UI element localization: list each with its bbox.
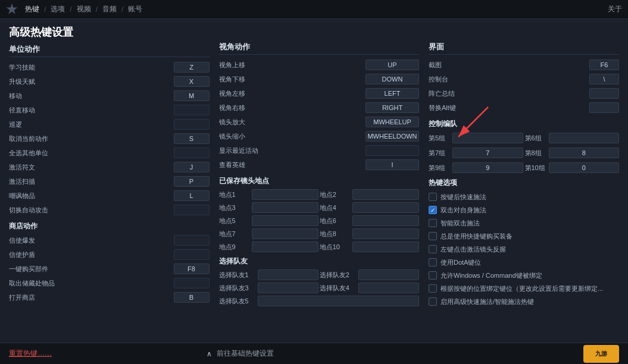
iface-key[interactable]	[589, 88, 619, 99]
unit-bind-key[interactable]	[174, 119, 210, 130]
camera-bind-key[interactable]: LEFT	[365, 88, 419, 99]
camera-bind-key[interactable]: UP	[365, 59, 419, 70]
camera-bind-key[interactable]: DOWN	[365, 74, 419, 84]
camera-bind-label: 视角左移	[219, 89, 366, 98]
savedloc-key[interactable]	[352, 215, 419, 226]
savedloc-key[interactable]	[252, 241, 318, 252]
team-key[interactable]	[258, 296, 420, 306]
hotkey-option-item[interactable]: 允许Windows / Command键被绑定	[429, 269, 619, 282]
savedloc-key[interactable]	[352, 241, 419, 252]
savedloc-key[interactable]	[252, 189, 318, 200]
hotkey-option-item[interactable]: 双击对自身施法	[429, 203, 619, 216]
camera-bind-key[interactable]: MWHEELUP	[365, 117, 419, 127]
savedloc-key[interactable]	[252, 228, 318, 239]
unit-bind-key[interactable]	[174, 205, 210, 215]
ctrl-key[interactable]: 9	[452, 162, 523, 173]
shop-bind-key[interactable]	[174, 235, 210, 246]
team-key[interactable]	[358, 269, 419, 280]
shop-bind-key[interactable]	[174, 249, 210, 260]
ctrl-key[interactable]: 8	[549, 148, 620, 158]
reset-button[interactable]: 重置热键……	[9, 349, 52, 359]
unit-bind-key[interactable]: L	[174, 190, 210, 201]
shop-bind-key[interactable]: F8	[174, 263, 210, 274]
iface-bind-row: 截图 F6	[429, 58, 619, 71]
nav-about[interactable]: 关于	[608, 4, 622, 14]
ctrl-label: 第5组	[429, 134, 452, 143]
shop-bind-row: 信使护盾	[9, 248, 210, 261]
hotkey-option-item[interactable]: 使用DotA键位	[429, 256, 619, 269]
shop-bind-key[interactable]: B	[174, 292, 210, 303]
nav-tab-audio[interactable]: 音频	[102, 4, 117, 14]
camera-bind-key[interactable]: RIGHT	[365, 102, 419, 113]
unit-bind-key[interactable]: S	[174, 133, 210, 144]
hotkey-option-item[interactable]: 智能双击施法	[429, 216, 619, 230]
unit-bind-row: 嘲讽物品 L	[9, 189, 210, 202]
hotkey-option-item[interactable]: 左键点击激活镜头反握	[429, 243, 619, 256]
unit-bind-label: 移动	[9, 92, 174, 101]
option-checkbox[interactable]	[429, 193, 437, 201]
hotkey-option-item[interactable]: 启用高级快速施法/智能施法热键	[429, 295, 619, 308]
savedloc-key[interactable]	[352, 189, 419, 200]
savedloc-key[interactable]	[352, 202, 419, 213]
savedloc-row: 地点1	[219, 189, 318, 200]
unit-bind-key[interactable]: J	[174, 162, 210, 172]
interface-binds: 截图 F6 控制台 \ 阵亡总结 替换Alt键	[429, 58, 619, 115]
ctrl-group-row: 第10组 0	[525, 161, 620, 174]
camera-bind-key[interactable]	[365, 145, 419, 156]
unit-bind-key[interactable]: M	[174, 90, 210, 101]
nav-tab-video[interactable]: 视频	[77, 4, 91, 14]
unit-bind-key[interactable]	[174, 105, 210, 115]
unit-section-title: 单位动作	[9, 44, 210, 57]
ctrl-key[interactable]	[452, 133, 523, 143]
unit-bind-key[interactable]: Z	[174, 62, 210, 73]
savedloc-label: 地点7	[219, 230, 252, 239]
unit-bind-row: 取消当前动作 S	[9, 132, 210, 145]
unit-bind-key[interactable]	[174, 148, 210, 158]
option-checkbox[interactable]	[429, 232, 437, 240]
shop-binds: 信使爆发 信使护盾 一键购买部件 F8 取出储藏处物品 打开商店 B	[9, 234, 210, 305]
iface-key[interactable]: F6	[589, 59, 619, 70]
option-checkbox[interactable]	[429, 206, 437, 214]
right-column: 界面 截图 F6 控制台 \ 阵亡总结 替换Alt键 控制编队 第5组 第6组 …	[429, 25, 619, 337]
camera-bind-key[interactable]: MWHEELDOWN	[365, 131, 419, 142]
nav-tab-account[interactable]: 账号	[128, 4, 142, 14]
option-checkbox[interactable]	[429, 284, 437, 293]
hotkey-option-item[interactable]: 按键后快速施法	[429, 190, 619, 203]
camera-bind-key[interactable]: I	[365, 159, 419, 170]
iface-key[interactable]: \	[589, 74, 619, 84]
option-checkbox[interactable]	[429, 219, 437, 227]
ctrl-key[interactable]	[549, 133, 620, 143]
hotkey-option-item[interactable]: 根据按键的位置绑定键位（更改此设置后需要更新绑定...	[429, 282, 619, 295]
savedloc-key[interactable]	[252, 202, 318, 213]
savedloc-key[interactable]	[352, 228, 419, 239]
hotkey-option-item[interactable]: 总是使用快捷键购买装备	[429, 230, 619, 243]
nav-basic-hotkeys[interactable]: ∧ 前往基础热键设置	[207, 349, 274, 359]
iface-key[interactable]	[589, 102, 619, 113]
option-checkbox[interactable]	[429, 297, 437, 306]
savedloc-key[interactable]	[252, 215, 318, 226]
ctrl-key[interactable]: 7	[452, 148, 523, 158]
ctrl-key[interactable]: 0	[549, 162, 620, 173]
option-checkbox[interactable]	[429, 245, 437, 253]
savedloc-row: 地点6	[320, 215, 419, 227]
shop-bind-row: 取出储藏处物品	[9, 277, 210, 290]
nav-tab-options[interactable]: 选项	[51, 4, 65, 14]
team-key[interactable]	[258, 283, 318, 293]
option-label: 使用DotA键位	[440, 258, 481, 267]
option-checkbox[interactable]	[429, 271, 437, 280]
savedloc-row: 地点10	[320, 241, 419, 253]
iface-label: 阵亡总结	[429, 89, 589, 98]
nav-tab-hotkeys[interactable]: 热键	[25, 4, 39, 14]
team-key[interactable]	[258, 269, 318, 280]
savedloc-row: 地点3	[219, 202, 318, 214]
team-key[interactable]	[358, 283, 419, 293]
unit-bind-row: 全选其他单位	[9, 146, 210, 159]
unit-bind-label: 径直移动	[9, 106, 174, 115]
shop-bind-key[interactable]	[174, 278, 210, 288]
iface-bind-row: 替换Alt键	[429, 101, 619, 114]
unit-bind-key[interactable]: P	[174, 176, 210, 187]
option-checkbox[interactable]	[429, 258, 437, 266]
camera-bind-label: 查看英雄	[219, 161, 366, 170]
unit-bind-key[interactable]: X	[174, 76, 210, 87]
camera-bind-label: 镜头放大	[219, 118, 366, 127]
